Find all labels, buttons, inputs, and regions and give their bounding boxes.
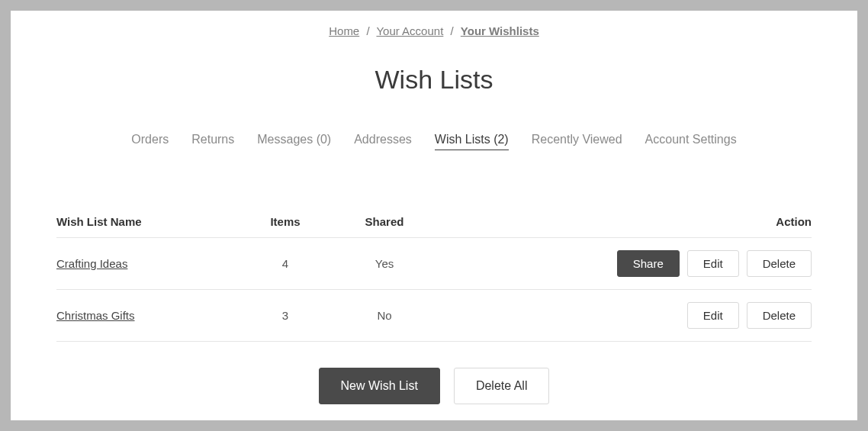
edit-button[interactable]: Edit [687, 302, 739, 329]
wishlist-shared-value: No [331, 309, 438, 322]
table-header: Wish List Name Items Shared Action [56, 215, 812, 238]
share-button[interactable]: Share [617, 250, 680, 277]
wishlist-items-count: 3 [240, 309, 331, 322]
delete-button[interactable]: Delete [747, 250, 812, 277]
breadcrumb-separator: / [366, 24, 369, 37]
new-wishlist-button[interactable]: New Wish List [319, 368, 440, 404]
page-title: Wish Lists [56, 65, 812, 95]
edit-button[interactable]: Edit [687, 250, 739, 277]
tab-orders[interactable]: Orders [131, 133, 169, 150]
header-items: Items [240, 215, 331, 228]
breadcrumb: Home / Your Account / Your Wishlists [56, 24, 812, 37]
breadcrumb-current: Your Wishlists [461, 24, 539, 37]
breadcrumb-home[interactable]: Home [329, 24, 359, 37]
footer-actions: New Wish List Delete All [56, 368, 812, 404]
tab-account-settings[interactable]: Account Settings [645, 133, 737, 150]
table-row: Crafting Ideas 4 Yes Share Edit Delete [56, 238, 812, 290]
account-tabs: Orders Returns Messages (0) Addresses Wi… [56, 133, 812, 150]
delete-all-button[interactable]: Delete All [454, 368, 550, 404]
wishlist-shared-value: Yes [331, 257, 438, 270]
breadcrumb-separator: / [451, 24, 454, 37]
delete-button[interactable]: Delete [747, 302, 812, 329]
tab-recently-viewed[interactable]: Recently Viewed [532, 133, 622, 150]
wishlist-name-link[interactable]: Crafting Ideas [56, 257, 127, 270]
table-row: Christmas Gifts 3 No Edit Delete [56, 290, 812, 342]
wishlist-name-link[interactable]: Christmas Gifts [56, 309, 135, 322]
page-container: Home / Your Account / Your Wishlists Wis… [11, 11, 857, 420]
tab-returns[interactable]: Returns [191, 133, 234, 150]
header-shared: Shared [331, 215, 438, 228]
wishlist-items-count: 4 [240, 257, 331, 270]
tab-messages[interactable]: Messages (0) [257, 133, 331, 150]
header-name: Wish List Name [56, 215, 240, 228]
tab-wishlists[interactable]: Wish Lists (2) [435, 133, 509, 150]
breadcrumb-account[interactable]: Your Account [376, 24, 443, 37]
wishlist-table: Wish List Name Items Shared Action Craft… [56, 215, 812, 342]
tab-addresses[interactable]: Addresses [354, 133, 412, 150]
header-action: Action [438, 215, 812, 228]
